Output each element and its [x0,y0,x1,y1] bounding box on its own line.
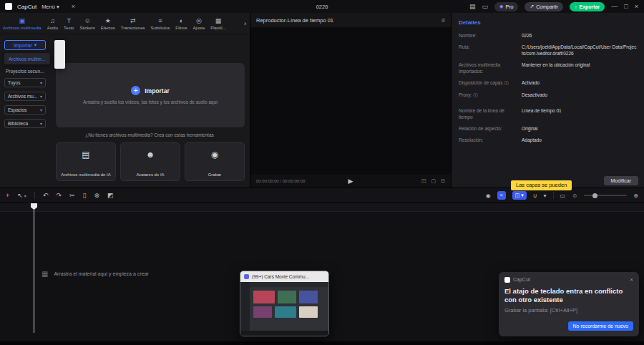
redo-icon[interactable]: ↷ [56,192,62,199]
tool-cards: ▤ Archivos multimedia de IA ☻ Avatares d… [56,142,245,181]
toolbar-divider [34,192,35,199]
menu-button[interactable]: Menú▾ [42,4,59,10]
ratio-icon[interactable]: ◫ [421,178,426,184]
tabs-scroll-right-icon[interactable]: › [240,13,250,34]
screen-capture-icon[interactable]: ▭ [560,193,566,199]
transitions-tab-icon: ⇄ [130,17,136,24]
tab-audio[interactable]: ♫Audio [44,13,61,34]
player-controls: 00:00:00:00 / 00:00:00:00 ▶ ◫ ▢ ⊡ [250,175,451,188]
subtitles-tab-icon: ≡ [158,17,162,24]
layout-icon[interactable]: ▤ [469,3,476,10]
tab-texto[interactable]: TTexto [61,13,77,34]
import-submenu-panel[interactable] [54,40,65,69]
voiceover-mic-icon[interactable]: ◉ [486,193,491,199]
diamond-icon: ◆ [499,4,503,9]
playhead-line[interactable] [34,203,34,333]
delete-icon[interactable]: ⊗ [94,192,99,199]
modify-button[interactable]: Modificar [604,176,638,185]
player-time: 00:00:00:00 / 00:00:00:00 [256,179,305,183]
detail-value: Desactivado [522,92,637,98]
timeline-zoom-slider[interactable] [584,195,627,196]
undo-icon[interactable]: ↶ [43,192,49,199]
add-media-icon[interactable]: + [6,192,9,199]
toast-close-icon[interactable]: × [630,276,633,283]
emoji-icon[interactable]: ☺ [572,193,577,199]
import-zone-label: Importar [145,87,169,94]
stickers-tab-icon: ☺ [84,17,90,24]
magnet-snap-icon[interactable]: ∪ [533,193,537,199]
import-dropdown-button[interactable]: Importar▾ [4,40,46,50]
chevron-down-icon: ▾ [521,192,524,199]
thumbnail-block [299,291,318,303]
media-tabs: ▣Archivos multimedia ♫Audio TTexto ☺Stic… [0,13,250,34]
tab-plantillas[interactable]: ▦Plantil... [208,13,228,34]
import-dropdown-menu-item[interactable]: Archivos multim... [4,53,50,64]
detail-row: Archivos multimedia importados:Mantener … [459,62,637,74]
minimize-button[interactable]: — [611,3,618,10]
preview-window-titlebar[interactable]: (99+) Cars Movie Commu... [240,271,328,282]
toolbar-divider [553,192,554,199]
preview-window-title: (99+) Cars Movie Commu... [252,274,309,279]
video-preview-area[interactable] [250,27,451,175]
track-options-button[interactable]: ◫▾ [512,191,527,200]
sidebar-item-proyectos[interactable]: Proyectos secun... [6,69,44,74]
record-audio-button[interactable]: ≈ [497,191,506,200]
adjust-tab-icon: ◎ [196,17,202,24]
pro-badge[interactable]: ◆Pro [494,2,518,11]
import-drop-zone[interactable]: + Importar Arrastra y suelta los videos,… [56,63,245,127]
player-menu-icon[interactable]: ≡ [441,16,445,24]
feedback-icon[interactable]: ▭ [482,3,489,10]
card-ai-avatars[interactable]: ☻ Avatares de IA [120,142,180,181]
select-tuyos[interactable]: Tuyos▾ [4,78,46,87]
card-ai-media[interactable]: ▤ Archivos multimedia de IA [56,142,116,181]
timeline-empty-hint: ▦ Arrastra el material aquí y empieza a … [42,270,149,278]
titlebar: CapCut Menú▾ × 0226 ▤ ▭ ◆Pro ↗Compartir … [0,0,644,13]
detail-label: Disposición de capas ⓘ [459,79,516,86]
effects-tab-icon: ★ [105,17,111,24]
thumbnail-block [253,291,275,303]
floating-preview-window[interactable]: (99+) Cars Movie Commu... [240,271,329,336]
fullscreen-icon[interactable]: ⊡ [441,178,445,184]
detail-value: C:/Users/joeld/AppData/Local/CapCut/User… [522,44,637,57]
tab-close-icon[interactable]: × [72,3,75,10]
tab-ajuste[interactable]: ◎Ajuste [190,13,208,34]
detail-label: Archivos multimedia importados: [459,62,516,74]
zoom-slider-knob[interactable] [592,193,597,198]
tab-stickers[interactable]: ☺Stickers [77,13,97,34]
toast-subtitle: Grabar la pantalla: [Ctrl+Alt+P] [504,307,633,314]
split-icon[interactable]: ✂ [69,192,75,199]
detail-value: Activado [522,79,637,86]
dont-remind-button[interactable]: No recordarme de nuevo [568,321,633,331]
tab-transiciones[interactable]: ⇄Transiciones [118,13,148,34]
templates-tab-icon: ▦ [215,17,222,24]
timeline-ruler[interactable] [0,203,644,212]
preview-window-thumbnail [240,282,328,336]
detail-value: 0226 [522,32,637,39]
select-espacios[interactable]: Espacios▾ [4,105,46,115]
detail-row: Proxy: ⓘDesactivado [459,92,637,98]
expand-icon[interactable]: ▢ [431,178,436,184]
tab-filtros[interactable]: ◐Filtros [172,13,190,34]
tab-subtitulos[interactable]: ≡Subtítulos [148,13,173,34]
card-record[interactable]: ◉ Grabar [185,142,245,181]
play-button[interactable]: ▶ [348,178,353,185]
cursor-icon: ↖ [17,192,23,199]
detail-label: Relación de aspecto: [459,125,516,132]
thumbnail-block [275,306,296,318]
select-archivos[interactable]: Archivos mu...▾ [4,92,46,101]
mask-icon[interactable]: ◩ [107,192,114,199]
select-tool-button[interactable]: ↖▾ [17,192,26,199]
maximize-button[interactable]: □ [624,3,628,10]
export-button[interactable]: ↑Exportar [570,2,605,11]
snap-dropdown-icon[interactable]: ▾ [544,193,547,199]
ai-media-icon: ▤ [57,150,115,160]
tab-efectos[interactable]: ★Efectos [98,13,118,34]
tab-archivos-multimedia[interactable]: ▣Archivos multimedia [0,13,44,34]
media-sidebar: Importar▾ Archivos multim... Proyectos s… [0,34,53,188]
select-biblioteca[interactable]: Biblioteca▾ [4,119,46,128]
zoom-fit-icon[interactable]: ⊕ [633,193,638,199]
trim-icon[interactable]: ▯ [82,192,86,199]
close-button[interactable]: × [635,3,638,10]
share-button[interactable]: ↗Compartir [525,2,563,11]
tab-label: Archivos multimedia [3,26,42,30]
